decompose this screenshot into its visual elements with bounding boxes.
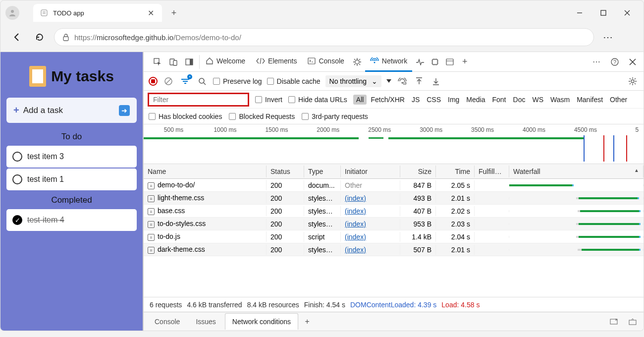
blocked-requests-checkbox[interactable]: Blocked Requests bbox=[229, 112, 295, 120]
col-status[interactable]: Status bbox=[267, 166, 304, 177]
throttling-select[interactable]: No throttling⌄ bbox=[325, 75, 381, 87]
maximize-button[interactable] bbox=[592, 5, 615, 21]
filter-chip-all[interactable]: All bbox=[353, 95, 367, 105]
add-task-label: Add a task bbox=[23, 106, 115, 115]
throttling-more-icon[interactable] bbox=[386, 79, 391, 83]
browser-menu-button[interactable]: ⋯ bbox=[600, 29, 617, 46]
hide-data-urls-checkbox[interactable]: Hide data URLs bbox=[288, 96, 347, 104]
filter-chip-doc[interactable]: Doc bbox=[510, 95, 529, 105]
col-type[interactable]: Type bbox=[304, 166, 341, 177]
filter-chip-manifest[interactable]: Manifest bbox=[574, 95, 606, 105]
tab-welcome[interactable]: Welcome bbox=[201, 52, 250, 72]
drawer-tab-issues[interactable]: Issues bbox=[189, 314, 222, 330]
address-bar[interactable]: https://microsoftedge.github.io/Demos/de… bbox=[54, 28, 594, 46]
reload-button[interactable] bbox=[31, 29, 48, 46]
preserve-log-checkbox[interactable]: Preserve log bbox=[213, 77, 262, 85]
filter-chip-fetchxhr[interactable]: Fetch/XHR bbox=[368, 95, 407, 105]
network-conditions-icon[interactable] bbox=[396, 75, 408, 87]
more-tabs-button[interactable]: + bbox=[458, 55, 472, 69]
tab-elements[interactable]: Elements bbox=[251, 52, 302, 72]
request-row[interactable]: ≡to-do.js200script(index)1.4 kB2.04 s bbox=[144, 230, 644, 243]
browser-tab[interactable]: TODO app ✕ bbox=[33, 4, 162, 22]
initiator-link[interactable]: (index) bbox=[345, 207, 366, 215]
initiator-link[interactable]: (index) bbox=[345, 246, 366, 254]
settings-gear-icon[interactable] bbox=[627, 75, 639, 87]
col-time[interactable]: Time bbox=[436, 166, 475, 177]
performance-icon[interactable] bbox=[413, 55, 427, 69]
initiator-link[interactable]: (index) bbox=[345, 194, 366, 202]
clear-button[interactable] bbox=[162, 75, 174, 87]
export-har-icon[interactable] bbox=[430, 75, 442, 87]
disable-cache-checkbox[interactable]: Disable cache bbox=[267, 77, 321, 85]
application-icon[interactable] bbox=[443, 55, 457, 69]
filter-toggle-icon[interactable]: × bbox=[179, 75, 191, 87]
filter-chip-media[interactable]: Media bbox=[463, 95, 488, 105]
request-row[interactable]: ≡base.css200styleshe...(index)407 B2.02 … bbox=[144, 205, 644, 218]
task-checkbox[interactable] bbox=[12, 174, 22, 184]
submit-arrow-icon[interactable]: ➜ bbox=[119, 105, 130, 116]
tab-network[interactable]: Network bbox=[365, 52, 412, 72]
search-icon[interactable] bbox=[196, 75, 208, 87]
devtools-more-icon[interactable]: ⋯ bbox=[590, 55, 604, 69]
third-party-checkbox[interactable]: 3rd-party requests bbox=[302, 112, 368, 120]
overview-tick: 4000 ms bbox=[523, 126, 545, 133]
inspect-element-icon[interactable] bbox=[151, 55, 164, 69]
memory-icon[interactable] bbox=[428, 55, 442, 69]
filter-input[interactable] bbox=[148, 93, 249, 107]
record-button[interactable] bbox=[149, 77, 158, 86]
url-text: https://microsoftedge.github.io/Demos/de… bbox=[74, 33, 241, 42]
file-icon: ≡ bbox=[148, 247, 155, 254]
drawer-tab-console[interactable]: Console bbox=[148, 314, 187, 330]
import-har-icon[interactable] bbox=[413, 75, 425, 87]
task-item-completed[interactable]: ✓test-item 4 bbox=[6, 209, 137, 231]
task-label: test item 3 bbox=[27, 152, 64, 161]
request-row[interactable]: ≡dark-theme.css200styleshe...(index)507 … bbox=[144, 243, 644, 256]
invert-checkbox[interactable]: Invert bbox=[255, 96, 282, 104]
initiator-link[interactable]: (index) bbox=[345, 220, 366, 228]
back-button[interactable] bbox=[8, 29, 25, 46]
initiator-link[interactable]: (index) bbox=[345, 233, 366, 241]
filter-chip-css[interactable]: CSS bbox=[424, 95, 444, 105]
filter-chip-js[interactable]: JS bbox=[409, 95, 423, 105]
device-toolbar-icon[interactable] bbox=[166, 55, 180, 69]
profile-icon[interactable] bbox=[5, 6, 19, 20]
close-window-button[interactable] bbox=[616, 5, 639, 21]
col-name[interactable]: Name bbox=[144, 166, 267, 177]
request-row[interactable]: ≡to-do-styles.css200styleshe...(index)95… bbox=[144, 218, 644, 230]
col-initiator[interactable]: Initiator bbox=[341, 166, 400, 177]
filter-chip-ws[interactable]: WS bbox=[529, 95, 546, 105]
minimize-button[interactable] bbox=[568, 5, 591, 21]
code-icon bbox=[256, 57, 265, 64]
request-row[interactable]: ≡light-theme.css200styleshe...(index)493… bbox=[144, 192, 644, 205]
task-checkbox[interactable] bbox=[12, 152, 22, 162]
filter-chip-img[interactable]: Img bbox=[445, 95, 462, 105]
filter-chip-wasm[interactable]: Wasm bbox=[547, 95, 573, 105]
drawer-collapse-icon[interactable] bbox=[626, 315, 640, 329]
blocked-cookies-checkbox[interactable]: Has blocked cookies bbox=[149, 112, 222, 120]
svg-rect-14 bbox=[308, 58, 315, 64]
task-item[interactable]: test item 1 bbox=[6, 168, 137, 190]
dock-side-icon[interactable] bbox=[182, 55, 196, 69]
todo-app-panel: My tasks + Add a task ➜ To do test item … bbox=[0, 52, 143, 331]
request-row[interactable]: ≡demo-to-do/200docum...Other847 B2.05 s bbox=[144, 179, 644, 192]
task-item[interactable]: test item 3 bbox=[6, 146, 137, 168]
svg-point-29 bbox=[199, 78, 204, 83]
filter-chip-font[interactable]: Font bbox=[489, 95, 509, 105]
sources-icon[interactable] bbox=[350, 55, 364, 69]
overview-tick: 1500 ms bbox=[265, 126, 288, 133]
filter-chip-other[interactable]: Other bbox=[607, 95, 630, 105]
tab-close-icon[interactable]: ✕ bbox=[146, 8, 155, 17]
help-icon[interactable]: ? bbox=[608, 55, 622, 69]
task-checkmark-icon[interactable]: ✓ bbox=[12, 215, 22, 225]
timeline-overview[interactable]: 500 ms1000 ms1500 ms2000 ms2500 ms3000 m… bbox=[144, 124, 644, 164]
drawer-tab-network-conditions[interactable]: Network conditions bbox=[225, 313, 298, 330]
tab-console[interactable]: Console bbox=[303, 52, 349, 72]
col-waterfall[interactable]: Waterfall▲ bbox=[509, 166, 644, 177]
devtools-close-icon[interactable] bbox=[626, 55, 640, 69]
add-task-input[interactable]: + Add a task ➜ bbox=[6, 98, 137, 123]
col-size[interactable]: Size bbox=[400, 166, 436, 177]
col-fulfilled[interactable]: Fulfilled... bbox=[475, 166, 509, 177]
drawer-more-button[interactable]: + bbox=[300, 315, 314, 329]
new-tab-button[interactable]: + bbox=[166, 5, 182, 21]
drawer-expand-icon[interactable] bbox=[607, 315, 621, 329]
